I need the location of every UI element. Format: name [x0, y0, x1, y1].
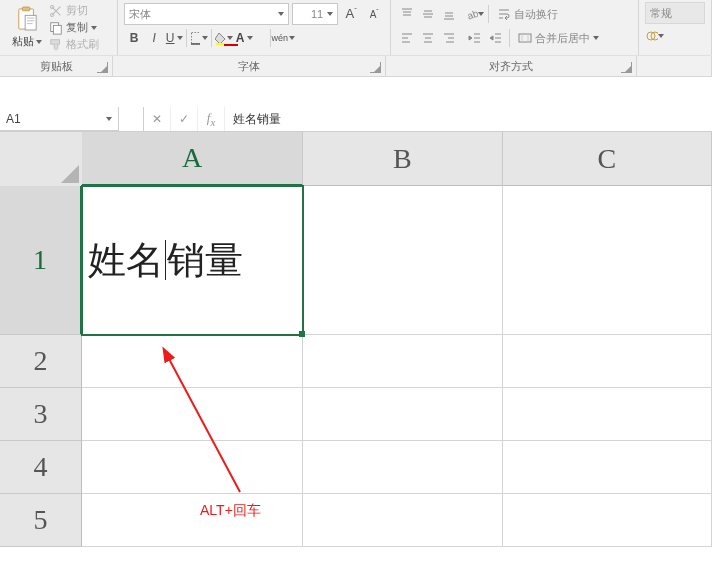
merge-center-button[interactable]: 合并后居中 [513, 28, 604, 48]
column-header[interactable]: A [82, 132, 303, 186]
caret-icon [658, 34, 664, 38]
confirm-edit-button[interactable]: ✓ [171, 107, 198, 131]
align-right-icon [442, 31, 456, 45]
section-label-font: 字体 [113, 56, 386, 76]
wrap-text-button[interactable]: 自动换行 [492, 4, 563, 24]
underline-button[interactable]: U [164, 28, 184, 48]
annotation-text: ALT+回车 [200, 502, 261, 520]
svg-rect-2 [25, 15, 36, 30]
align-top-button[interactable] [397, 4, 417, 24]
cell[interactable] [503, 388, 712, 441]
paintbrush-icon [49, 38, 63, 52]
orient-icon: ab [466, 7, 478, 21]
svg-rect-7 [51, 39, 60, 43]
cell[interactable]: 姓名销量 [82, 186, 303, 335]
currency-button[interactable] [645, 26, 665, 46]
align-top-icon [400, 7, 414, 21]
caret-icon [36, 40, 42, 44]
cell[interactable] [503, 441, 712, 494]
copy-icon [49, 21, 63, 35]
align-middle-button[interactable] [418, 4, 438, 24]
paste-button[interactable]: 粘贴 [6, 2, 48, 53]
section-label-clipboard: 剪贴板 [0, 56, 113, 76]
cell[interactable] [82, 335, 303, 388]
select-all-corner[interactable] [0, 132, 83, 187]
svg-rect-30 [519, 34, 531, 42]
section-label-number [637, 56, 712, 76]
name-box[interactable]: A1 [0, 107, 119, 131]
column-header[interactable]: C [503, 132, 712, 186]
wrap-icon [497, 7, 511, 21]
coin-icon [646, 29, 658, 43]
indent-icon [489, 31, 503, 45]
font-size-picker[interactable]: 11 [292, 3, 338, 25]
copy-button[interactable]: 复制 [49, 20, 99, 36]
align-bottom-button[interactable] [439, 4, 459, 24]
row-header[interactable]: 2 [0, 335, 82, 388]
cell[interactable] [82, 494, 303, 547]
increase-indent-button[interactable] [486, 28, 506, 48]
cell[interactable] [303, 441, 503, 494]
cell[interactable] [303, 335, 503, 388]
caret-icon [478, 12, 484, 16]
border-button[interactable] [189, 28, 209, 48]
formula-bar: A1 ✕ ✓ fx 姓名销量 [0, 107, 712, 132]
dialog-launcher-icon[interactable] [370, 62, 381, 73]
phonetic-button[interactable]: wén [273, 28, 293, 48]
column-header[interactable]: B [303, 132, 502, 186]
row-header[interactable]: 4 [0, 441, 82, 494]
align-left-icon [400, 31, 414, 45]
row-header[interactable]: 3 [0, 388, 82, 441]
font-name-picker[interactable]: 宋体 [124, 3, 289, 25]
caret-icon [91, 26, 97, 30]
format-painter-button[interactable]: 格式刷 [49, 37, 99, 53]
cell[interactable] [82, 441, 303, 494]
formula-input[interactable]: 姓名销量 [225, 107, 712, 131]
align-left-button[interactable] [397, 28, 417, 48]
row-header[interactable]: 1 [0, 186, 82, 335]
caret-icon [327, 12, 333, 16]
cell[interactable] [303, 494, 503, 547]
cell[interactable] [503, 186, 712, 335]
cell[interactable] [503, 335, 712, 388]
italic-button[interactable]: I [144, 28, 164, 48]
cell[interactable] [303, 186, 503, 335]
caret-icon [289, 36, 295, 40]
align-mid-icon [421, 7, 435, 21]
align-center-button[interactable] [418, 28, 438, 48]
align-right-button[interactable] [439, 28, 459, 48]
caret-icon [106, 117, 112, 121]
cell[interactable] [303, 388, 503, 441]
svg-text:ab: ab [466, 7, 478, 21]
caret-icon [278, 12, 284, 16]
shrink-font-button[interactable]: Aˇ [364, 4, 384, 24]
bold-button[interactable]: B [124, 28, 144, 48]
cancel-edit-button[interactable]: ✕ [144, 107, 171, 131]
svg-rect-6 [53, 25, 61, 34]
svg-rect-8 [192, 33, 201, 44]
border-icon [190, 31, 200, 45]
insert-function-button[interactable]: fx [198, 107, 225, 131]
cell[interactable] [503, 494, 712, 547]
grow-font-button[interactable]: Aˆ [341, 4, 361, 24]
section-label-align: 对齐方式 [386, 56, 637, 76]
align-center-icon [421, 31, 435, 45]
caret-icon [247, 36, 253, 40]
bucket-icon [215, 31, 225, 45]
clipboard-icon [16, 6, 38, 32]
dialog-launcher-icon[interactable] [97, 62, 108, 73]
fx-icon: fx [207, 110, 215, 128]
row-header[interactable]: 5 [0, 494, 82, 547]
number-format-picker[interactable]: 常规 [645, 2, 705, 24]
scissors-icon [49, 4, 63, 18]
outdent-icon [468, 31, 482, 45]
caret-icon [177, 36, 183, 40]
cut-button[interactable]: 剪切 [49, 3, 99, 19]
dialog-launcher-icon[interactable] [621, 62, 632, 73]
orientation-button[interactable]: ab [465, 4, 485, 24]
svg-rect-1 [22, 7, 29, 11]
text-cursor [165, 240, 166, 280]
cell[interactable] [82, 388, 303, 441]
decrease-indent-button[interactable] [465, 28, 485, 48]
caret-icon [202, 36, 208, 40]
